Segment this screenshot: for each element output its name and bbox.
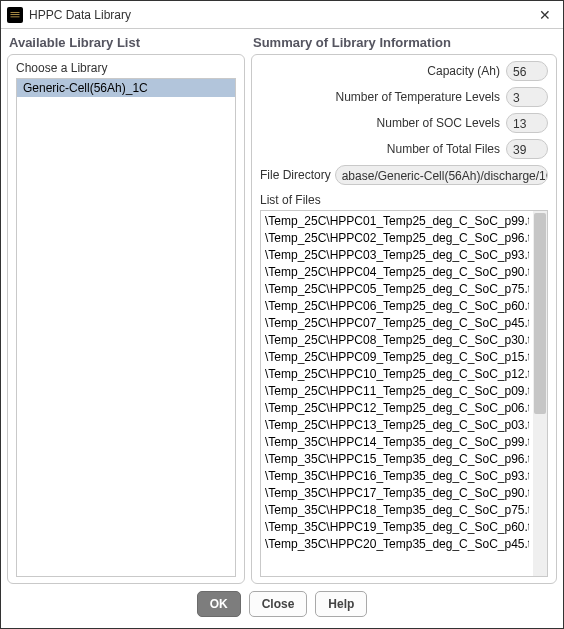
file-item[interactable]: \Temp_35C\HPPC19_Temp35_deg_C_SoC_p60.tx…	[265, 519, 529, 536]
file-item[interactable]: \Temp_25C\HPPC07_Temp25_deg_C_SoC_p45.tx…	[265, 315, 529, 332]
temp-levels-label: Number of Temperature Levels	[260, 90, 506, 104]
file-item[interactable]: \Temp_25C\HPPC02_Temp25_deg_C_SoC_p96.tx…	[265, 230, 529, 247]
app-icon	[7, 7, 23, 23]
help-button[interactable]: Help	[315, 591, 367, 617]
capacity-label: Capacity (Ah)	[260, 64, 506, 78]
choose-library-label: Choose a Library	[16, 61, 236, 75]
file-item[interactable]: \Temp_35C\HPPC20_Temp35_deg_C_SoC_p45.tx…	[265, 536, 529, 553]
total-files-label: Number of Total Files	[260, 142, 506, 156]
available-library-frame: Choose a Library Generic-Cell(56Ah)_1C	[7, 54, 245, 584]
dialog-footer: OK Close Help	[1, 584, 563, 628]
file-item[interactable]: \Temp_25C\HPPC12_Temp25_deg_C_SoC_p06.tx…	[265, 400, 529, 417]
files-listbox[interactable]: \Temp_25C\HPPC01_Temp25_deg_C_SoC_p99.tx…	[260, 210, 548, 577]
available-library-title: Available Library List	[7, 33, 245, 54]
file-item[interactable]: \Temp_35C\HPPC16_Temp35_deg_C_SoC_p93.tx…	[265, 468, 529, 485]
file-item[interactable]: \Temp_35C\HPPC18_Temp35_deg_C_SoC_p75.tx…	[265, 502, 529, 519]
file-item[interactable]: \Temp_25C\HPPC04_Temp25_deg_C_SoC_p90.tx…	[265, 264, 529, 281]
summary-panel: Summary of Library Information Capacity …	[251, 33, 557, 584]
library-item[interactable]: Generic-Cell(56Ah)_1C	[17, 79, 235, 97]
file-directory-value: abase/Generic-Cell(56Ah)/discharge/1C	[335, 165, 548, 185]
file-directory-row: File Directory abase/Generic-Cell(56Ah)/…	[260, 165, 548, 185]
dialog-window: HPPC Data Library ✕ Available Library Li…	[0, 0, 564, 629]
list-of-files-label: List of Files	[260, 193, 548, 207]
soc-levels-row: Number of SOC Levels 13	[260, 113, 548, 133]
window-title: HPPC Data Library	[29, 8, 533, 22]
file-item[interactable]: \Temp_35C\HPPC14_Temp35_deg_C_SoC_p99.tx…	[265, 434, 529, 451]
library-listbox[interactable]: Generic-Cell(56Ah)_1C	[16, 78, 236, 577]
file-item[interactable]: \Temp_25C\HPPC06_Temp25_deg_C_SoC_p60.tx…	[265, 298, 529, 315]
file-item[interactable]: \Temp_25C\HPPC05_Temp25_deg_C_SoC_p75.tx…	[265, 281, 529, 298]
soc-levels-value: 13	[506, 113, 548, 133]
soc-levels-label: Number of SOC Levels	[260, 116, 506, 130]
close-button[interactable]: Close	[249, 591, 308, 617]
file-item[interactable]: \Temp_25C\HPPC10_Temp25_deg_C_SoC_p12.tx…	[265, 366, 529, 383]
capacity-value: 56	[506, 61, 548, 81]
dialog-body: Available Library List Choose a Library …	[1, 29, 563, 584]
file-item[interactable]: \Temp_25C\HPPC01_Temp25_deg_C_SoC_p99.tx…	[265, 213, 529, 230]
file-item[interactable]: \Temp_35C\HPPC17_Temp35_deg_C_SoC_p90.tx…	[265, 485, 529, 502]
file-item[interactable]: \Temp_25C\HPPC13_Temp25_deg_C_SoC_p03.tx…	[265, 417, 529, 434]
temp-levels-row: Number of Temperature Levels 3	[260, 87, 548, 107]
file-item[interactable]: \Temp_25C\HPPC08_Temp25_deg_C_SoC_p30.tx…	[265, 332, 529, 349]
temp-levels-value: 3	[506, 87, 548, 107]
available-library-panel: Available Library List Choose a Library …	[7, 33, 245, 584]
capacity-row: Capacity (Ah) 56	[260, 61, 548, 81]
file-item[interactable]: \Temp_25C\HPPC11_Temp25_deg_C_SoC_p09.tx…	[265, 383, 529, 400]
file-item[interactable]: \Temp_35C\HPPC15_Temp35_deg_C_SoC_p96.tx…	[265, 451, 529, 468]
file-item[interactable]: \Temp_25C\HPPC03_Temp25_deg_C_SoC_p93.tx…	[265, 247, 529, 264]
total-files-value: 39	[506, 139, 548, 159]
scrollbar-thumb[interactable]	[534, 213, 546, 414]
file-item[interactable]: \Temp_25C\HPPC09_Temp25_deg_C_SoC_p15.tx…	[265, 349, 529, 366]
total-files-row: Number of Total Files 39	[260, 139, 548, 159]
ok-button[interactable]: OK	[197, 591, 241, 617]
summary-title: Summary of Library Information	[251, 33, 557, 54]
scrollbar-track[interactable]	[533, 211, 547, 576]
summary-frame: Capacity (Ah) 56 Number of Temperature L…	[251, 54, 557, 584]
close-icon[interactable]: ✕	[533, 3, 557, 27]
files-list-content: \Temp_25C\HPPC01_Temp25_deg_C_SoC_p99.tx…	[261, 211, 533, 576]
file-directory-label: File Directory	[260, 168, 335, 182]
titlebar: HPPC Data Library ✕	[1, 1, 563, 29]
